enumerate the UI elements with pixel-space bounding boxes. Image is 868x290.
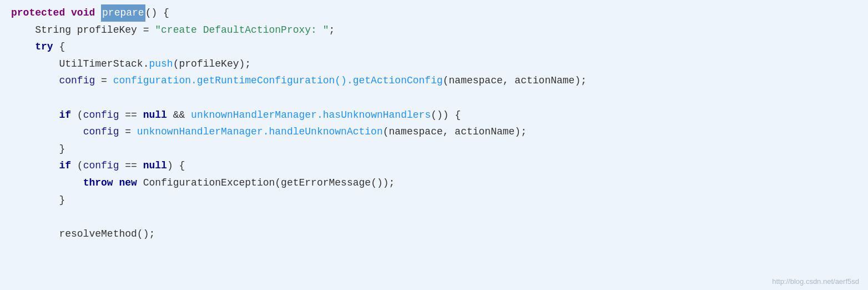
keyword-protected: protected bbox=[11, 4, 65, 22]
code-line-5: config = configuration.getRuntimeConfigu… bbox=[11, 72, 857, 89]
code-line-10: if ( config == null ) { bbox=[11, 157, 857, 174]
var-config-4: config bbox=[83, 157, 119, 174]
keyword-new: new bbox=[119, 174, 137, 192]
code-line-4: UtilTimerStack. push (profileKey); bbox=[11, 56, 857, 73]
method-hasUnknownHandlers: unknownHandlerManager.hasUnknownHandlers bbox=[191, 107, 431, 124]
code-line-3: try { bbox=[11, 38, 857, 56]
method-handleUnknownAction: unknownHandlerManager.handleUnknownActio… bbox=[137, 123, 383, 141]
keyword-if-1: if bbox=[59, 107, 71, 124]
method-name-prepare: prepare bbox=[101, 4, 145, 22]
code-line-2: String profileKey = "create DefaultActio… bbox=[11, 22, 857, 39]
var-config-3: config bbox=[83, 123, 119, 141]
code-line-6 bbox=[11, 89, 857, 107]
code-line-13 bbox=[11, 208, 857, 226]
code-line-12: } bbox=[11, 192, 857, 209]
var-config-2: config bbox=[83, 107, 119, 124]
code-line-7: if ( config == null && unknownHandlerMan… bbox=[11, 107, 857, 124]
code-line-11: throw new ConfigurationException(getErro… bbox=[11, 174, 857, 192]
code-line-1: protected void prepare () { bbox=[11, 4, 857, 22]
keyword-null-2: null bbox=[143, 157, 167, 174]
method-push: push bbox=[149, 56, 173, 73]
code-line-14: resolveMethod(); bbox=[11, 226, 857, 243]
var-config: config bbox=[59, 72, 95, 89]
code-line-9: } bbox=[11, 141, 857, 158]
keyword-if-2: if bbox=[59, 157, 71, 174]
code-line-8: config = unknownHandlerManager.handleUnk… bbox=[11, 123, 857, 141]
keyword-void: void bbox=[71, 4, 95, 22]
keyword-try: try bbox=[35, 38, 53, 56]
keyword-throw: throw bbox=[83, 174, 113, 192]
watermark: http://blog.csdn.net/aerf5sd bbox=[772, 277, 859, 286]
method-chain: configuration.getRuntimeConfiguration().… bbox=[113, 72, 443, 89]
keyword-null-1: null bbox=[143, 107, 167, 124]
string-literal: "create DefaultActionProxy: " bbox=[155, 22, 329, 39]
code-block: protected void prepare () { String profi… bbox=[0, 0, 868, 290]
